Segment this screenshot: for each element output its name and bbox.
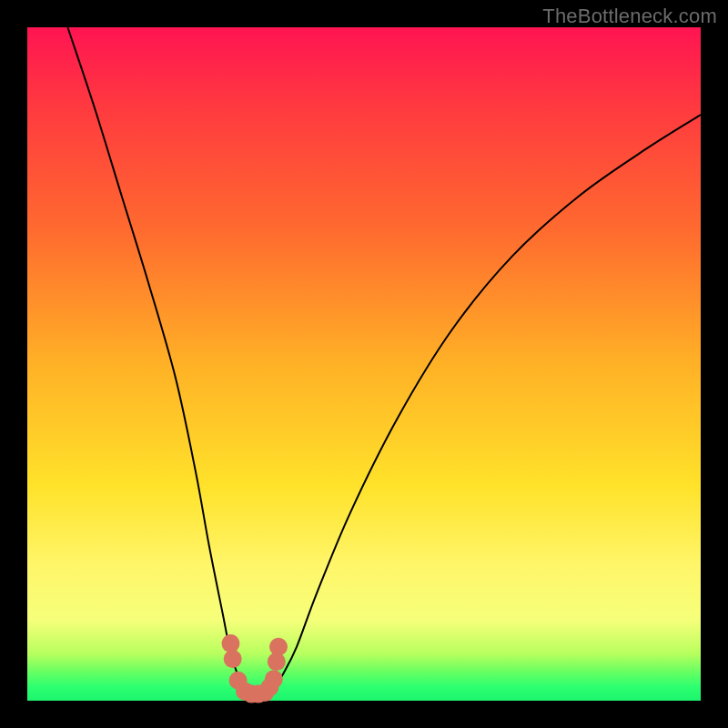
watermark-text: TheBottleneck.com <box>542 5 717 28</box>
data-point <box>221 634 239 652</box>
data-point <box>265 670 283 688</box>
chart-frame: TheBottleneck.com <box>0 0 728 728</box>
data-points <box>221 634 288 703</box>
chart-svg <box>27 27 701 701</box>
bottleneck-curve <box>67 27 701 694</box>
data-point <box>269 638 288 656</box>
plot-gradient-area <box>27 27 701 701</box>
data-point <box>224 650 242 668</box>
